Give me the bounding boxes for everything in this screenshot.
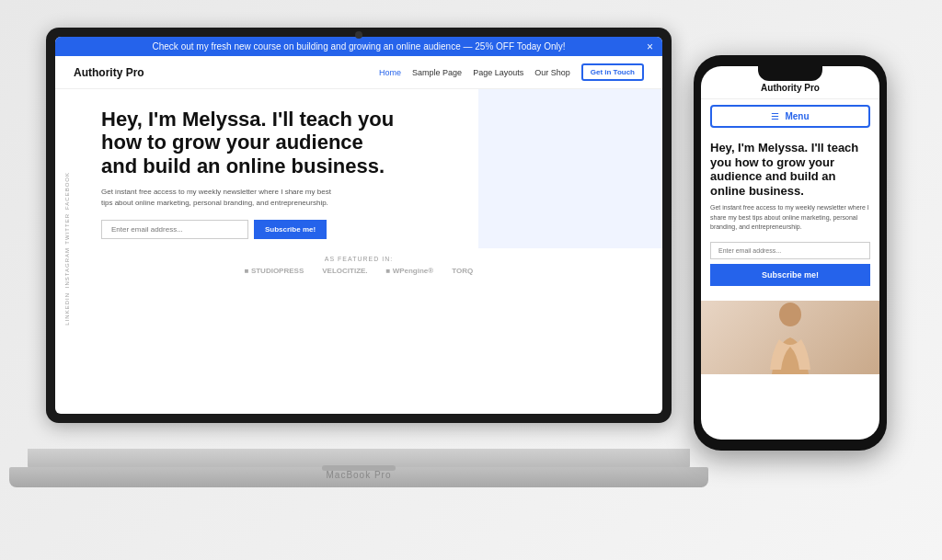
svg-point-0 [779, 303, 801, 326]
banner-text: Check out my fresh new course on buildin… [153, 41, 566, 51]
subscribe-button[interactable]: Subscribe me! [254, 220, 327, 239]
macbook-label: MacBook Pro [326, 470, 391, 480]
featured-section: AS FEATURED IN: ■ STUDIOPRESS VELOCITIZE… [55, 248, 662, 282]
social-linkedin: LINKEDIN [64, 292, 70, 326]
featured-label: AS FEATURED IN: [101, 256, 616, 262]
nav-link-shop[interactable]: Our Shop [534, 68, 570, 77]
nav-cta-button[interactable]: Get in Touch [581, 63, 644, 81]
site-logo: Authority Pro [74, 66, 379, 79]
social-instagram: INSTAGRAM [64, 247, 70, 288]
phone-menu-label: Menu [785, 111, 809, 121]
hero-title: Hey, I'm Melyssa. I'll teach you how to … [101, 108, 396, 177]
hero-section: Hey, I'm Melyssa. I'll teach you how to … [55, 89, 662, 248]
phone-bottom-image [701, 301, 879, 374]
phone-menu-button[interactable]: ☰ Menu [710, 105, 870, 128]
phone-hero: Hey, I'm Melyssa. I'll teach you how to … [701, 133, 879, 293]
logo-torq: TORQ [452, 267, 473, 275]
phone-hero-description: Get instant free access to my weekly new… [710, 203, 870, 233]
phone-subscribe-button[interactable]: Subscribe me! [710, 264, 870, 286]
banner-close[interactable]: × [647, 40, 653, 53]
phone-device: Authority Pro ☰ Menu Hey, I'm Melyssa. I… [694, 55, 887, 451]
laptop-device: Check out my fresh new course on buildin… [46, 28, 672, 506]
site-banner: Check out my fresh new course on buildin… [55, 37, 662, 56]
nav-link-layouts[interactable]: Page Layouts [473, 68, 523, 77]
phone-screen: Authority Pro ☰ Menu Hey, I'm Melyssa. I… [701, 66, 879, 440]
nav-links: Home Sample Page Page Layouts Our Shop G… [379, 63, 644, 81]
email-input[interactable] [101, 220, 248, 239]
scene: Check out my fresh new course on buildin… [0, 0, 942, 560]
logo-wpengine: ■ WPengine® [386, 267, 434, 275]
hero-description: Get instant free access to my weekly new… [101, 187, 331, 209]
phone-notch [758, 66, 822, 81]
phone-outer: Authority Pro ☰ Menu Hey, I'm Melyssa. I… [694, 55, 887, 451]
phone-hero-title: Hey, I'm Melyssa. I'll teach you how to … [710, 141, 870, 198]
hero-content: Hey, I'm Melyssa. I'll teach you how to … [101, 108, 635, 239]
site-nav: Authority Pro Home Sample Page Page Layo… [55, 56, 662, 89]
laptop-screen: Check out my fresh new course on buildin… [55, 37, 662, 414]
hamburger-icon: ☰ [771, 111, 779, 121]
laptop-screen-outer: Check out my fresh new course on buildin… [46, 28, 672, 423]
phone-email-input[interactable] [710, 242, 870, 259]
phone-logo: Authority Pro [710, 83, 870, 93]
nav-link-home[interactable]: Home [379, 68, 401, 77]
logo-studiopress: ■ STUDIOPRESS [245, 267, 304, 275]
nav-link-sample[interactable]: Sample Page [412, 68, 462, 77]
laptop-camera [355, 31, 362, 39]
hero-form: Subscribe me! [101, 220, 635, 239]
logo-velocitize: VELOCITIZE. [322, 267, 367, 275]
woman-silhouette [763, 301, 818, 374]
featured-logos: ■ STUDIOPRESS VELOCITIZE. ■ WPengine® TO… [101, 267, 616, 275]
